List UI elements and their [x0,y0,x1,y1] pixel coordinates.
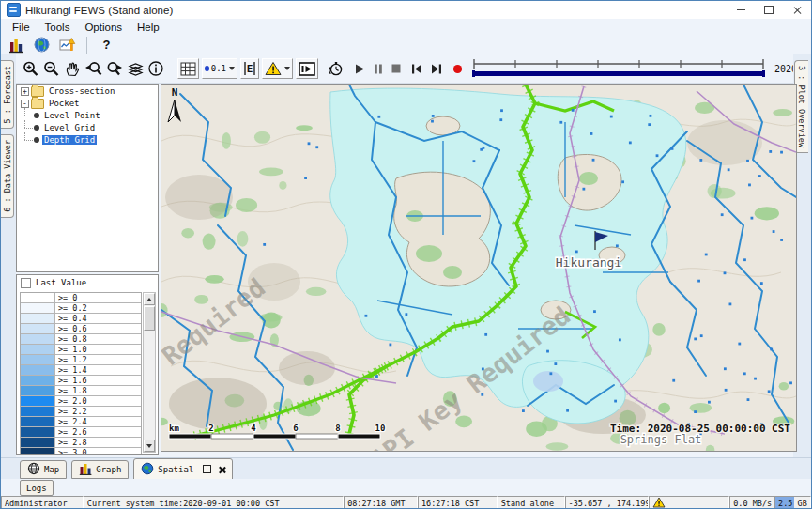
status-coordinates: -35.657 , 174.199 [565,496,650,509]
legend-row: >= 3.0 [21,448,141,455]
stop-button[interactable] [391,61,401,77]
status-text: 0.0 MB/s [733,499,772,508]
legend-color-swatch [21,355,55,364]
status-text: 16:27:18 CST [421,499,479,508]
legend-value-label: >= 0.8 [55,334,141,344]
zoom-in-button[interactable] [22,59,39,79]
tab-forecast[interactable]: 5 : Forecast [1,60,14,129]
tab-spatial[interactable]: Spatial [133,458,233,480]
filter-tree-panel[interactable]: +Cross-section-PocketLevel PointLevel Gr… [16,84,159,272]
menu-help[interactable]: Help [130,21,167,34]
last-frame-button[interactable] [431,61,442,77]
tree-connector [21,110,34,121]
legend-row: >= 0.4 [21,314,141,324]
time-series-dialog-icon[interactable] [57,35,77,54]
status-system-time: Current system time:2020-09-01 00:00 CST [84,496,344,509]
import-status-icon[interactable] [7,35,26,54]
close-button[interactable] [783,1,811,19]
svg-text:10: 10 [375,424,386,433]
legend-row: >= 2.4 [21,417,141,427]
warning-dropdown[interactable] [262,58,293,79]
movie-player-button[interactable] [296,58,318,79]
svg-text:Hikurangi: Hikurangi [556,255,621,270]
legend-value-label: >= 3.0 [55,448,141,455]
status-text: -35.657 , 174.199 [569,499,650,508]
chevron-down-icon [229,67,235,70]
logs-label: Logs [26,484,47,493]
window-title: Hikurangi FEWS (Stand alone) [25,5,173,16]
scroll-up-button[interactable] [144,293,155,305]
menu-file[interactable]: File [5,21,38,34]
status-memory: 2.5 GB [774,496,811,509]
globe-wire-icon [27,462,40,477]
tab-data-viewer[interactable]: 6 : Data Viewer [1,134,14,218]
first-frame-button[interactable] [411,61,422,77]
help-label: ? [103,38,111,52]
zoom-previous-button[interactable] [84,59,102,79]
svg-text:Springs Flat: Springs Flat [620,433,702,446]
grid-display-button[interactable] [177,58,199,79]
title-bar[interactable]: Hikurangi FEWS (Stand alone) [1,1,811,20]
chevron-down-icon [284,67,290,70]
map-display-icon[interactable] [32,35,52,54]
tree-expander[interactable]: + [21,87,29,96]
tree-item-level-point[interactable]: Level Point [21,110,158,121]
globe-blue-icon [141,462,154,477]
tab-map[interactable]: Map [20,460,67,479]
legend-value-label: >= 2.2 [55,407,141,416]
threshold-dropdown[interactable]: 0.1 [202,58,237,79]
menu-tools[interactable]: Tools [38,21,78,34]
legend-color-swatch [21,334,55,344]
help-button[interactable]: ? [97,35,116,54]
map-viewport[interactable]: API Key Required API Key Required Hikura… [161,84,797,452]
map-time-label: Time: 2020-08-25 00:00:00 CST [610,423,790,435]
play-button[interactable] [355,61,365,77]
maximize-button[interactable] [755,1,783,19]
map-toolbar: 0.1 E [1,54,811,84]
logs-button[interactable]: Logs [20,480,54,496]
tab-label: Map [44,465,59,474]
legend-row: >= 0.6 [21,324,141,334]
longitudinal-profile-button[interactable]: E [240,58,259,79]
layers-button[interactable] [127,59,145,79]
last-value-label: Last Value [36,278,86,287]
info-button[interactable] [147,59,164,79]
minimize-button[interactable] [727,1,755,19]
legend-scrollbar[interactable] [143,292,156,453]
tree-expander[interactable]: - [21,100,29,108]
zoom-out-button[interactable] [42,59,60,79]
legend-value-label: >= 1.6 [55,376,141,385]
scrollbar-thumb[interactable] [144,306,155,331]
legend-color-swatch [21,345,55,354]
maximize-panel-icon[interactable] [203,465,211,473]
legend-color-swatch [21,303,55,313]
legend-row: >= 1.4 [21,365,141,376]
scroll-down-button[interactable] [144,440,155,452]
pan-hand-button[interactable] [63,59,81,79]
lake [533,371,563,392]
tree-item-pocket[interactable]: -Pocket [21,98,158,109]
legend-row: >= 1.2 [21,355,141,365]
menu-options[interactable]: Options [77,21,130,34]
legend-color-swatch [21,324,55,333]
legend-value-label: >= 0 [55,293,141,302]
adjust-time-button[interactable] [327,59,345,79]
tree-item-level-grid[interactable]: Level Grid [21,122,158,133]
legend-value-label: >= 1.4 [55,365,141,375]
tab-label: 6 : Data Viewer [3,135,12,217]
tree-item-depth-grid[interactable]: Depth Grid [21,134,158,146]
bar-chart-icon [79,462,92,477]
tab-graph[interactable]: Graph [71,460,129,479]
logs-row: Logs [1,479,811,496]
close-panel-icon[interactable] [218,466,225,473]
timeline-slider[interactable] [471,57,766,80]
svg-text:E: E [247,63,253,75]
last-value-checkbox[interactable] [21,278,31,288]
menu-bar: FileToolsOptionsHelp [1,19,811,35]
pause-button[interactable] [374,61,383,77]
record-button[interactable] [452,61,463,77]
zoom-next-button[interactable] [105,59,124,79]
tree-item-cross-section[interactable]: +Cross-section [21,85,158,97]
svg-text:2: 2 [208,424,213,433]
legend-panel: Last Value >= 0>= 0.2>= 0.4>= 0.6>= 0.8>… [16,274,159,455]
